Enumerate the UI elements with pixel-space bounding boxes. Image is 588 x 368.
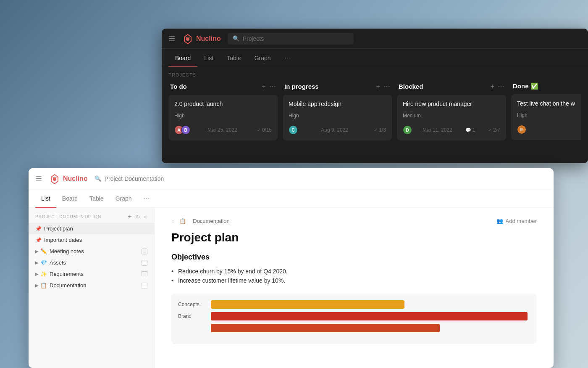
project-doc-body: PROJECT DOCUMENTATION + ↻ « 📌 Project pl…: [29, 208, 554, 368]
tab-graph-dark[interactable]: Graph: [248, 49, 278, 67]
card-blocked-title: Hire new product manager: [403, 101, 500, 107]
card-todo-priority: High: [174, 113, 185, 119]
pin-icon-project-plan: 📌: [35, 226, 42, 232]
breadcrumb-text: Documentation: [193, 218, 229, 224]
tab-board-dark[interactable]: Board: [168, 49, 197, 67]
objectives-title: Objectives: [171, 253, 537, 262]
projects-search-input[interactable]: [243, 35, 349, 42]
add-item-icon[interactable]: +: [128, 213, 132, 220]
card-blocked-comments: 💬 1: [465, 127, 475, 133]
projects-search-bar[interactable]: 🔍: [228, 33, 354, 45]
projects-section-label: PROJECTS: [168, 72, 581, 77]
hamburger-icon-light[interactable]: ☰: [35, 174, 42, 183]
page-title: Project plan: [171, 231, 537, 244]
expand-requirements-icon: ▶: [35, 272, 39, 276]
avatar-4: D: [403, 125, 412, 135]
kanban-card-blocked[interactable]: Hire new product manager Medium D Mar 11…: [397, 95, 506, 140]
card-todo-title: 2.0 product launch: [174, 101, 272, 107]
project-doc-main: ○ 📋 Documentation 👥 Add member Project p…: [155, 208, 554, 368]
more-blocked-icon[interactable]: ⋯: [498, 82, 504, 90]
emoji-documentation: 📋: [40, 282, 47, 289]
card-inprogress-date: Aug 9, 2022: [321, 127, 348, 133]
projects-panel: ☰ Nuclino 🔍 Board List Table Graph: [162, 29, 588, 163]
search-icon-dark: 🔍: [233, 35, 239, 42]
kanban-col-blocked-header: Blocked + ⋯: [397, 82, 506, 90]
expand-meeting-notes-icon: ▶: [35, 249, 39, 254]
kanban-col-inprogress-actions: + ⋯: [376, 82, 390, 90]
projects-content: PROJECTS To do + ⋯ 2.0 product launch Hi…: [162, 67, 588, 163]
kanban-card-inprogress[interactable]: Mobile app redesign High C Aug 9, 2022 ✓…: [283, 95, 392, 140]
hamburger-icon[interactable]: ☰: [168, 34, 175, 43]
kanban-col-todo-title: To do: [170, 83, 187, 90]
card-inprogress-priority: High: [289, 113, 299, 119]
card-inprogress-title: Mobile app redesign: [289, 101, 386, 107]
kanban-col-blocked-actions: + ⋯: [491, 82, 504, 90]
sidebar-item-important-dates[interactable]: 📌 Important dates: [29, 234, 154, 246]
kanban-col-done-title: Done ✅: [513, 82, 538, 90]
project-doc-panel: ☰ Nuclino 🔍 List Board Table Graph: [29, 168, 554, 368]
kanban-card-done[interactable]: Test live chat on the w High E Mar 3, 20…: [511, 94, 581, 140]
kanban-board: To do + ⋯ 2.0 product launch High A B M: [168, 82, 581, 163]
avatar-2: B: [181, 125, 190, 135]
card-done-avatars: E: [517, 125, 524, 134]
card-done-priority: High: [517, 112, 528, 118]
kanban-card-todo[interactable]: 2.0 product launch High A B Mar 25, 2022…: [168, 95, 278, 140]
card-blocked-meta: D Mar 11, 2022 💬 1 ✓ 2/7: [403, 125, 500, 135]
kanban-col-done: Done ✅ Test live chat on the w High E Ma…: [511, 82, 581, 163]
projects-panel-header: ☰ Nuclino 🔍: [162, 29, 588, 49]
more-inprogress-icon[interactable]: ⋯: [383, 82, 390, 90]
expand-assets-icon: ▶: [35, 260, 39, 265]
tab-board-light[interactable]: Board: [56, 189, 84, 208]
card-done-title: Test live chat on the w: [517, 100, 581, 107]
objective-1: Reduce churn by 15% by end of Q4 2020.: [171, 267, 537, 276]
kanban-col-todo-actions: + ⋯: [262, 82, 276, 90]
tab-list-light[interactable]: List: [35, 189, 56, 208]
sidebar-item-project-plan[interactable]: 📌 Project plan: [29, 223, 154, 234]
more-todo-icon[interactable]: ⋯: [269, 82, 276, 90]
chart-bar-3: [211, 324, 440, 332]
card-blocked-count: ✓ 2/7: [488, 127, 500, 133]
sidebar-item-documentation[interactable]: ▶ 📋 Documentation: [29, 280, 154, 291]
nuclino-logo-dark[interactable]: Nuclino: [182, 33, 221, 45]
breadcrumb-area: ○ 📋 Documentation 👥 Add member: [171, 218, 537, 224]
project-doc-search-bar[interactable]: 🔍: [94, 173, 547, 185]
add-member-button[interactable]: 👥 Add member: [496, 218, 537, 224]
tab-graph-light[interactable]: Graph: [110, 189, 138, 208]
pin-icon-important-dates: 📌: [35, 237, 42, 243]
nuclino-logo-light[interactable]: Nuclino: [49, 173, 88, 185]
more-dots-icon-light: ⋯: [144, 195, 150, 202]
checkbox-requirements[interactable]: [142, 271, 147, 277]
emoji-requirements: ✨: [40, 271, 47, 277]
card-done-meta: E Mar 3, 2022: [517, 125, 581, 134]
add-card-blocked-icon[interactable]: +: [491, 83, 494, 90]
chart-bar-label-concepts: Concepts: [178, 302, 207, 307]
card-todo-avatars: A B: [174, 125, 188, 135]
chart-bar-brand: [211, 312, 528, 320]
emoji-meeting-notes: ✏️: [40, 248, 47, 254]
chart-bar-label-brand: Brand: [178, 313, 207, 319]
add-card-inprogress-icon[interactable]: +: [376, 83, 380, 90]
expand-documentation-icon: ▶: [35, 283, 39, 288]
tab-table-dark[interactable]: Table: [220, 49, 247, 67]
tab-more-dark[interactable]: ⋯: [278, 49, 298, 67]
tab-more-light[interactable]: ⋯: [138, 189, 155, 208]
checkbox-documentation[interactable]: [142, 283, 147, 289]
collapse-icon[interactable]: «: [144, 214, 147, 220]
tab-list-dark[interactable]: List: [197, 49, 220, 67]
search-icon-light: 🔍: [94, 175, 101, 182]
tab-table-light[interactable]: Table: [84, 189, 109, 208]
nuclino-logo-text-light: Nuclino: [63, 175, 88, 183]
sidebar-item-assets[interactable]: ▶ 💎 Assets: [29, 257, 154, 268]
project-doc-search-input[interactable]: [105, 175, 189, 182]
project-doc-sidebar: PROJECT DOCUMENTATION + ↻ « 📌 Project pl…: [29, 208, 155, 368]
refresh-icon[interactable]: ↻: [136, 214, 141, 220]
project-doc-tabs: List Board Table Graph ⋯: [29, 189, 554, 208]
card-inprogress-meta: C Aug 9, 2022 ✓ 1/3: [289, 125, 386, 135]
checkbox-meeting-notes[interactable]: [142, 249, 147, 254]
sidebar-item-meeting-notes[interactable]: ▶ ✏️ Meeting notes: [29, 246, 154, 257]
add-card-todo-icon[interactable]: +: [262, 83, 266, 90]
card-blocked-priority: Medium: [403, 113, 421, 119]
checkbox-assets[interactable]: [142, 260, 147, 266]
breadcrumb-emoji: 📋: [179, 218, 186, 224]
sidebar-item-requirements[interactable]: ▶ ✨ Requirements: [29, 268, 154, 280]
